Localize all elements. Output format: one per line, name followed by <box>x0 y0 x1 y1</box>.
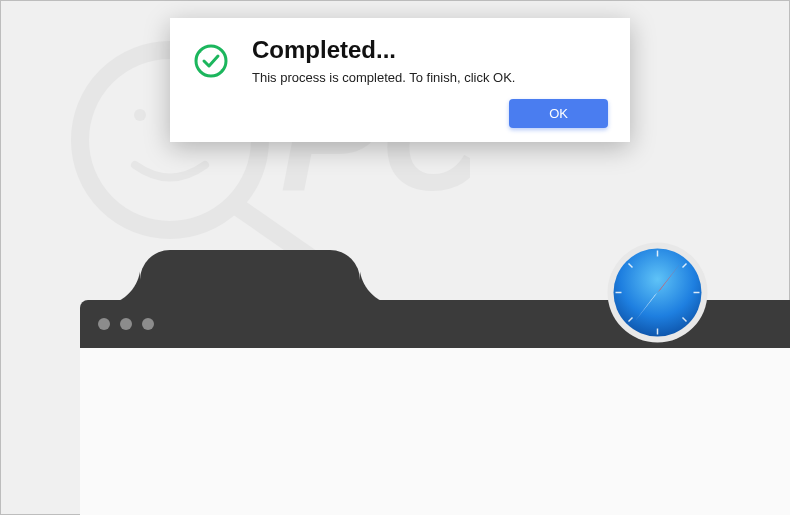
traffic-light-zoom <box>142 318 154 330</box>
traffic-light-close <box>98 318 110 330</box>
traffic-light-minimize <box>120 318 132 330</box>
dialog-title: Completed... <box>252 36 608 64</box>
browser-window <box>80 300 790 515</box>
svg-point-17 <box>196 46 226 76</box>
completion-dialog: Completed... This process is completed. … <box>170 18 630 142</box>
ok-button[interactable]: OK <box>509 99 608 128</box>
safari-icon <box>605 240 710 345</box>
browser-tab <box>140 250 360 305</box>
browser-content <box>80 348 790 515</box>
checkmark-circle-icon <box>192 42 230 84</box>
dialog-message: This process is completed. To finish, cl… <box>252 70 608 85</box>
